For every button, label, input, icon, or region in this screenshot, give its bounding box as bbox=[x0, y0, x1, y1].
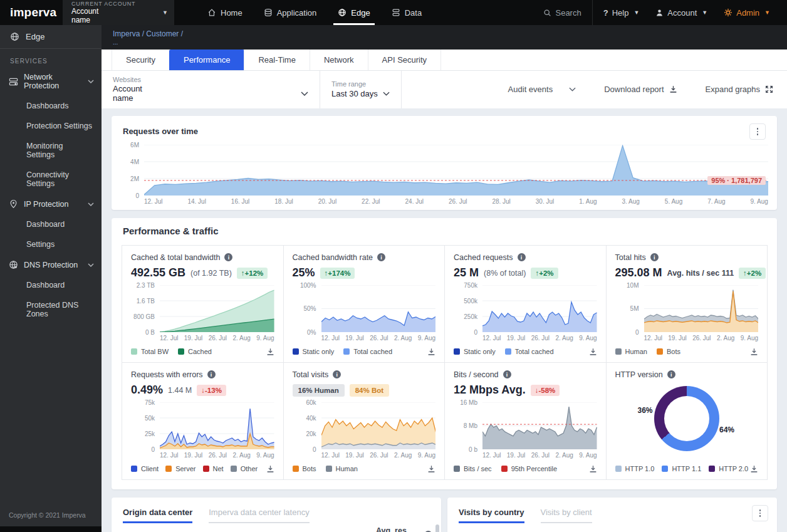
metric-sub: 1.44 M bbox=[168, 386, 192, 395]
info-icon[interactable]: i bbox=[518, 253, 526, 261]
download-icon[interactable] bbox=[427, 348, 435, 356]
nav-home[interactable]: Home bbox=[197, 0, 253, 25]
info-icon[interactable]: i bbox=[667, 370, 675, 378]
download-icon[interactable] bbox=[750, 348, 758, 356]
websites-filter[interactable]: Websites Account name bbox=[102, 71, 320, 108]
sidebar-item-dashboards[interactable]: Dashboards bbox=[0, 96, 102, 116]
tab-origin-data-center[interactable]: Origin data center bbox=[123, 508, 192, 523]
search-label: Search bbox=[555, 8, 581, 18]
download-icon[interactable] bbox=[589, 348, 597, 356]
network-protection-icon bbox=[9, 77, 18, 86]
nav-application[interactable]: Application bbox=[253, 0, 328, 25]
account-label: Account bbox=[667, 8, 697, 18]
divider bbox=[401, 71, 402, 108]
info-icon[interactable]: i bbox=[224, 253, 232, 261]
requests-over-time-chart: 6M4M2M095% · 1,781,79712. Jul14. Jul16. … bbox=[112, 142, 777, 210]
chart-legend: Static only Total cached bbox=[454, 348, 554, 355]
metric-sub: Avg. hits / sec 111 bbox=[667, 269, 734, 278]
download-icon[interactable] bbox=[750, 465, 758, 473]
account-menu[interactable]: Account ▼ bbox=[647, 0, 716, 25]
sidebar-group-label: DNS Protection bbox=[24, 261, 78, 269]
tab-real-time[interactable]: Real-Time bbox=[244, 50, 310, 70]
sidebar-item-edge[interactable]: Edge bbox=[0, 25, 102, 49]
tab-visits-by-country[interactable]: Visits by country bbox=[459, 508, 524, 523]
legend-swatch bbox=[454, 466, 460, 472]
tab-visits-by-client[interactable]: Visits by client bbox=[541, 508, 592, 523]
sidebar-item-protected-dns-zones[interactable]: Protected DNS Zones bbox=[0, 295, 102, 324]
legend-swatch bbox=[615, 348, 622, 355]
total-hits-chart: 10M5M012. Jul19. Jul26. Jul2. Aug9. Aug bbox=[615, 285, 759, 342]
download-icon[interactable] bbox=[266, 465, 274, 473]
download-icon[interactable] bbox=[266, 348, 274, 356]
sidebar-item-connectivity-settings[interactable]: Connectivity Settings bbox=[0, 165, 102, 194]
card-bits-per-second: Bits / second i 12 Mbps Avg. ↓-58% 16 Mb… bbox=[444, 362, 607, 480]
audit-events-dropdown[interactable]: Audit events bbox=[494, 71, 590, 108]
metric-value: 492.55 GB bbox=[131, 266, 185, 279]
admin-menu[interactable]: Admin ▼ bbox=[716, 0, 778, 25]
application-icon bbox=[264, 8, 273, 17]
legend-swatch bbox=[131, 466, 137, 472]
card-cached-total-bandwidth: Cached & total bandwidth i 492.55 GB (of… bbox=[122, 245, 284, 363]
caret-down-icon: ▼ bbox=[633, 9, 639, 16]
download-icon[interactable] bbox=[589, 465, 597, 473]
tab-security[interactable]: Security bbox=[112, 50, 170, 70]
sidebar-item-ip-settings[interactable]: Settings bbox=[0, 234, 102, 254]
breadcrumb[interactable]: Imperva / Customer / bbox=[113, 29, 776, 38]
help-menu[interactable]: ? Help ▼ bbox=[595, 0, 648, 25]
sidebar-item-dns-dashboard[interactable]: Dashboard bbox=[0, 275, 102, 295]
legend-label: Human bbox=[336, 465, 358, 472]
sidebar-item-monitoring-settings[interactable]: Monitoring Settings bbox=[0, 136, 102, 165]
sidebar-group-dns-protection[interactable]: DNS Protection bbox=[0, 254, 102, 275]
card-title: Total hits bbox=[615, 253, 646, 262]
legend-swatch bbox=[131, 348, 137, 355]
search-button[interactable]: Search bbox=[535, 0, 589, 25]
sidebar-item-ip-dashboard[interactable]: Dashboard bbox=[0, 214, 102, 234]
info-icon[interactable]: i bbox=[377, 253, 385, 261]
legend-label: Static only bbox=[303, 348, 335, 355]
time-range-filter[interactable]: Time range Last 30 days bbox=[320, 71, 401, 108]
chevron-down-icon bbox=[569, 87, 576, 91]
legend-label: Static only bbox=[464, 348, 496, 355]
tab-api-security[interactable]: API Security bbox=[368, 50, 442, 70]
info-icon[interactable]: i bbox=[503, 370, 511, 378]
download-report-label: Download report bbox=[604, 85, 664, 94]
legend-swatch bbox=[505, 348, 511, 355]
kebab-menu-button[interactable] bbox=[752, 505, 768, 521]
origin-data-center-panel: Origin data center Imperva data center l… bbox=[112, 498, 441, 532]
data-icon bbox=[392, 8, 400, 17]
sidebar-item-protection-settings[interactable]: Protection Settings bbox=[0, 116, 102, 136]
trend-badge: ↓-58% bbox=[531, 385, 560, 396]
nav-data[interactable]: Data bbox=[381, 0, 432, 25]
legend-label: HTTP 1.1 bbox=[672, 465, 701, 472]
legend-label: Bits / sec bbox=[464, 465, 492, 472]
search-icon bbox=[543, 9, 551, 17]
card-title: Cached bandwidth rate bbox=[293, 253, 373, 262]
main-tabs: Security Performance Real-Time Network A… bbox=[102, 50, 787, 71]
tab-imperva-dc-latency[interactable]: Imperva data center latency bbox=[209, 508, 309, 523]
sidebar-group-ip-protection[interactable]: IP Protection bbox=[0, 194, 102, 214]
metric-value: 0.49% bbox=[131, 383, 163, 397]
sidebar-group-network-protection[interactable]: Network Protection bbox=[0, 67, 102, 96]
kebab-menu-button[interactable] bbox=[749, 123, 766, 140]
legend-label: Client bbox=[141, 465, 159, 472]
breadcrumb-more[interactable]: ... bbox=[113, 39, 776, 46]
info-icon[interactable]: i bbox=[333, 370, 341, 378]
info-icon[interactable]: i bbox=[207, 370, 216, 378]
websites-label: Websites bbox=[113, 76, 308, 83]
legend-swatch bbox=[165, 466, 172, 472]
download-report-button[interactable]: Download report bbox=[590, 71, 691, 108]
download-icon[interactable] bbox=[427, 465, 435, 473]
legend-swatch bbox=[615, 466, 622, 472]
nav-edge[interactable]: Edge bbox=[327, 0, 380, 25]
tab-network[interactable]: Network bbox=[310, 50, 368, 70]
vertical-scrollbar[interactable] bbox=[435, 524, 439, 532]
metric-value: 295.08 M bbox=[615, 266, 662, 279]
tab-performance[interactable]: Performance bbox=[169, 50, 244, 70]
expand-graphs-button[interactable]: Expand graphs bbox=[692, 71, 787, 108]
current-account-selector[interactable]: CURRENT ACCOUNT Account name ▼ bbox=[63, 0, 174, 25]
info-icon[interactable]: i bbox=[650, 253, 659, 261]
expand-graphs-label: Expand graphs bbox=[706, 85, 760, 94]
metric-value: 25% bbox=[293, 266, 315, 279]
services-heading: SERVICES bbox=[0, 49, 102, 67]
legend-label: Other bbox=[241, 465, 258, 472]
